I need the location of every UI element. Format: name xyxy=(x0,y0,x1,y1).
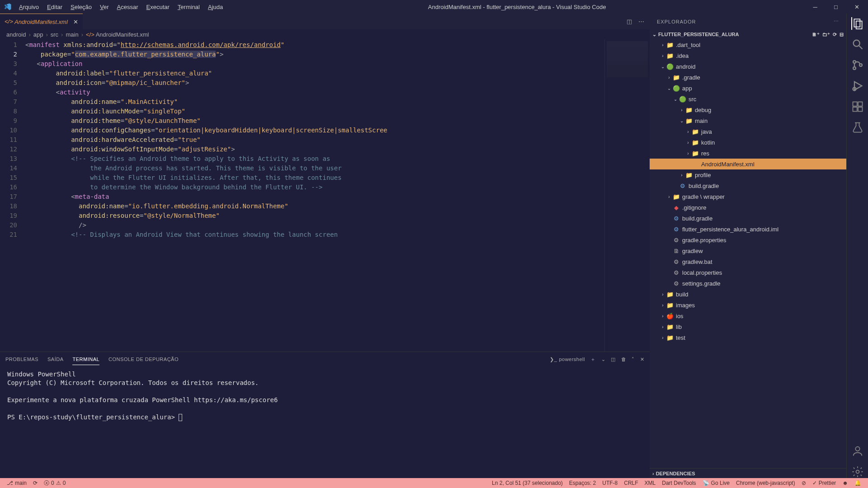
maximize-panel-icon[interactable]: ˄ xyxy=(632,354,635,365)
tree-item-gradle-properties[interactable]: ⚙gradle.properties xyxy=(650,235,846,245)
tree-item-settings-gradle[interactable]: ⚙settings.gradle xyxy=(650,278,846,289)
accounts-icon[interactable] xyxy=(851,445,864,457)
tree-item-flutter-persistence-alura-android-iml[interactable]: ⚙flutter_persistence_alura_android.iml xyxy=(650,224,846,235)
tree-item-lib[interactable]: ›📁lib xyxy=(650,321,846,332)
menu-acessar[interactable]: Acessar xyxy=(113,2,142,12)
status-spaces[interactable]: Espaços: 2 xyxy=(566,480,599,486)
source-control-icon[interactable] xyxy=(851,59,864,71)
tree-item-build-gradle[interactable]: ⚙build.gradle xyxy=(650,180,846,191)
settings-gear-icon[interactable] xyxy=(851,465,864,478)
status-bell-icon[interactable]: 🔔 xyxy=(851,480,864,486)
breadcrumb-segment[interactable]: src xyxy=(51,31,58,38)
status-golive[interactable]: 📡 Go Live xyxy=(699,480,733,486)
status-tab-icon[interactable]: ⊘ xyxy=(798,480,809,486)
breadcrumb-segment[interactable]: </> AndroidManifest.xml xyxy=(86,31,149,38)
status-lang[interactable]: XML xyxy=(642,480,659,486)
minimize-button[interactable]: ─ xyxy=(807,4,823,10)
breadcrumb-segment[interactable]: main xyxy=(66,31,78,38)
activity-bar xyxy=(846,14,868,478)
status-feedback-icon[interactable]: ☻ xyxy=(839,480,851,486)
testing-icon[interactable] xyxy=(851,121,864,134)
tree-item-ios[interactable]: ›🍎ios xyxy=(650,310,846,321)
status-problems[interactable]: ⓧ 0 ⚠ 0 xyxy=(41,479,69,487)
file-tree[interactable]: ›📁.dart_tool›📁.idea⌄🟢android›📁.gradle⌄🟢a… xyxy=(650,39,846,468)
kill-terminal-icon[interactable]: 🗑 xyxy=(621,354,627,365)
panel-tab-saída[interactable]: SAÍDA xyxy=(47,354,64,365)
more-actions-icon[interactable]: ⋯ xyxy=(638,18,644,25)
terminal-dropdown-icon[interactable]: ⌄ xyxy=(601,354,606,365)
status-dart[interactable]: Dart DevTools xyxy=(659,480,699,486)
search-icon[interactable] xyxy=(851,38,864,51)
status-encoding[interactable]: UTF-8 xyxy=(599,480,621,486)
tree-item-debug[interactable]: ›📁debug xyxy=(650,104,846,115)
code-editor[interactable]: <manifest xmlns:android="http://schemas.… xyxy=(25,39,604,352)
panel-tab-problemas[interactable]: PROBLEMAS xyxy=(5,354,38,365)
tree-item-kotlin[interactable]: ›📁kotlin xyxy=(650,137,846,148)
file-type-icon: 📁 xyxy=(666,291,674,298)
split-editor-icon[interactable]: ◫ xyxy=(627,18,632,25)
tree-item-res[interactable]: ›📁res xyxy=(650,148,846,159)
terminal-type[interactable]: ❯_ powershell xyxy=(550,351,585,368)
status-branch[interactable]: ⎇ main xyxy=(4,480,30,486)
tree-item-main[interactable]: ⌄📁main xyxy=(650,115,846,126)
tree-item-gradlew[interactable]: 🗎gradlew xyxy=(650,245,846,256)
new-file-icon[interactable]: 🗎⁺ xyxy=(812,32,820,38)
tree-item-src[interactable]: ⌄🟢src xyxy=(650,94,846,104)
tree-item-test[interactable]: ›📁test xyxy=(650,332,846,343)
breadcrumb[interactable]: android›app›src›main›</> AndroidManifest… xyxy=(0,29,650,39)
close-tab-icon[interactable]: ✕ xyxy=(73,19,78,25)
menu-executar[interactable]: Executar xyxy=(143,2,173,12)
new-folder-icon[interactable]: 🗀⁺ xyxy=(822,32,830,38)
menu-ajuda[interactable]: Ajuda xyxy=(204,2,226,12)
tab-androidmanifest[interactable]: </> AndroidManifest.xml ✕ xyxy=(0,14,83,29)
tree-item-build[interactable]: ›📁build xyxy=(650,289,846,300)
explorer-more-icon[interactable]: ⋯ xyxy=(834,19,839,24)
status-eol[interactable]: CRLF xyxy=(621,480,641,486)
chevron-icon: › xyxy=(660,314,666,319)
tree-item-label: .dart_tool xyxy=(676,42,700,48)
tree-item--gradle[interactable]: ›📁.gradle xyxy=(650,72,846,83)
menu-editar[interactable]: Editar xyxy=(43,2,66,12)
folder-root-header[interactable]: ⌄ FLUTTER_PERSISTENCE_ALURA 🗎⁺ 🗀⁺ ⟳ ⊟ xyxy=(650,29,846,39)
close-panel-icon[interactable]: ✕ xyxy=(640,354,645,365)
tree-item-android[interactable]: ⌄🟢android xyxy=(650,61,846,72)
close-button[interactable]: ✕ xyxy=(849,4,864,10)
tree-item-gradle-wrapper[interactable]: ›📁gradle \ wrapper xyxy=(650,191,846,202)
tree-item-images[interactable]: ›📁images xyxy=(650,300,846,310)
tree-item--idea[interactable]: ›📁.idea xyxy=(650,50,846,61)
explorer-icon[interactable] xyxy=(851,17,864,30)
tree-item--gitignore[interactable]: ◆.gitignore xyxy=(650,202,846,213)
tree-item-androidmanifest-xml[interactable]: AndroidManifest.xml xyxy=(650,159,846,169)
minimap[interactable] xyxy=(604,39,650,352)
menu-seleção[interactable]: Seleção xyxy=(67,2,95,12)
run-debug-icon[interactable] xyxy=(851,80,864,92)
status-prettier[interactable]: ✓ Prettier xyxy=(809,480,840,486)
tree-item-app[interactable]: ⌄🟢app xyxy=(650,83,846,94)
menu-terminal[interactable]: Terminal xyxy=(174,2,203,12)
tree-item-local-properties[interactable]: ⚙local.properties xyxy=(650,267,846,278)
panel-tab-terminal[interactable]: TERMINAL xyxy=(72,354,99,365)
collapse-all-icon[interactable]: ⊟ xyxy=(840,32,844,38)
panel-tab-console-de-depuração[interactable]: CONSOLE DE DEPURAÇÃO xyxy=(108,354,179,365)
status-selection[interactable]: Ln 2, Col 51 (37 selecionado) xyxy=(489,480,566,486)
tree-item-build-gradle[interactable]: ⚙build.gradle xyxy=(650,213,846,224)
breadcrumb-segment[interactable]: app xyxy=(33,31,43,38)
tree-item--dart-tool[interactable]: ›📁.dart_tool xyxy=(650,39,846,50)
tree-item-java[interactable]: ›📁java xyxy=(650,126,846,137)
status-sync[interactable]: ⟳ xyxy=(30,480,41,486)
refresh-icon[interactable]: ⟳ xyxy=(833,32,837,38)
terminal-output[interactable]: Windows PowerShell Copyright (C) Microso… xyxy=(0,366,650,478)
extensions-icon[interactable] xyxy=(851,100,864,113)
breadcrumb-segment[interactable]: android xyxy=(6,31,26,38)
status-chrome[interactable]: Chrome (web-javascript) xyxy=(733,480,798,486)
file-type-icon: 📁 xyxy=(691,150,699,157)
tree-item-profile[interactable]: ›📁profile xyxy=(650,169,846,180)
new-terminal-icon[interactable]: ＋ xyxy=(590,353,596,366)
menu-arquivo[interactable]: Arquivo xyxy=(15,2,42,12)
split-terminal-icon[interactable]: ◫ xyxy=(611,354,616,365)
maximize-button[interactable]: □ xyxy=(828,4,844,10)
menu-ver[interactable]: Ver xyxy=(96,2,113,12)
tree-item-gradlew-bat[interactable]: ⚙gradlew.bat xyxy=(650,256,846,267)
dependencies-header[interactable]: › DEPENDENCIES xyxy=(650,468,846,478)
chevron-icon: › xyxy=(685,129,691,134)
